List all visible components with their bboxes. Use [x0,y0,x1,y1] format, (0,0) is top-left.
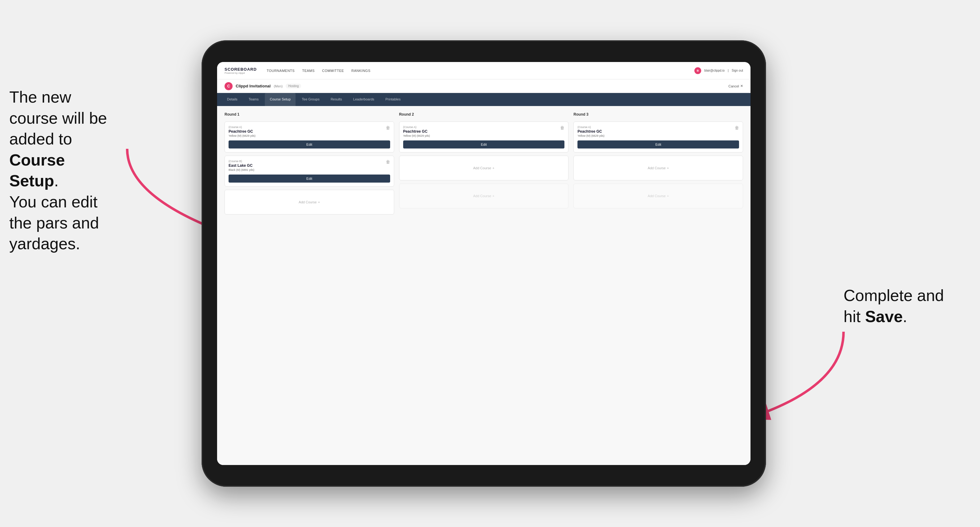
round2-course-a-card: 🗑 (Course A) Peachtree GC Yellow (M) (66… [399,122,569,152]
annotation-line2: course will be [9,109,107,127]
round2-add-course-button[interactable]: Add Course + [399,156,569,181]
top-nav: SCOREBOARD Powered by clippd TOURNAMENTS… [217,62,751,79]
nav-left: SCOREBOARD Powered by clippd TOURNAMENTS… [224,67,371,75]
round-3-header: Round 3 [573,112,743,117]
round3-course-a-label: (Course A) [578,125,739,129]
tab-leaderboards[interactable]: Leaderboards [348,93,379,106]
round3-course-a-name: Peachtree GC [578,129,739,133]
user-avatar: B [694,67,701,74]
tournament-status: Hosting [286,84,301,88]
right-annotation: Complete and hit Save. [843,285,949,327]
nav-links: TOURNAMENTS TEAMS COMMITTEE RANKINGS [267,68,371,74]
nav-separator: | [728,69,729,72]
round2-course-a-details: Yellow (M) (6629 yds) [403,134,565,137]
round1-add-course-button[interactable]: Add Course + [224,190,394,214]
tablet-frame: SCOREBOARD Powered by clippd TOURNAMENTS… [202,40,766,487]
scoreboard-subtitle: Powered by clippd [224,71,257,75]
round2-course-a-delete-icon[interactable]: 🗑 [560,125,565,130]
round2-add-course-disabled: Add Course + [399,184,569,208]
annotation-line4-suffix: . [54,172,58,190]
round2-course-a-label: (Course A) [403,125,565,129]
round1-course-b-delete-icon[interactable]: 🗑 [385,159,391,165]
annotation-line1: The new [9,88,71,106]
round3-add-course-disabled-icon: + [667,194,669,198]
tournament-bar: C Clippd Invitational (Men) Hosting Canc… [217,79,751,93]
round-2-column: Round 2 🗑 (Course A) Peachtree GC Yellow… [399,112,569,214]
round1-add-course-icon: + [318,200,320,204]
annotation-line3: added to [9,130,72,148]
annotation-line7: yardages. [9,235,80,252]
left-annotation: The new course will be added to Course S… [9,87,108,254]
scoreboard-logo: SCOREBOARD Powered by clippd [224,67,257,75]
round-1-header: Round 1 [224,112,394,117]
round3-add-course-button[interactable]: Add Course + [573,156,743,181]
round2-course-a-name: Peachtree GC [403,129,565,133]
nav-link-tournaments[interactable]: TOURNAMENTS [267,68,294,74]
tab-course-setup[interactable]: Course Setup [265,93,296,106]
cancel-button[interactable]: Cancel ✕ [729,84,743,88]
cancel-icon: ✕ [740,84,743,88]
round1-course-a-details: Yellow (M) (6629 yds) [229,134,390,137]
round1-add-course-text: Add Course + [299,200,320,204]
round-1-column: Round 1 🗑 (Course A) Peachtree GC Yellow… [224,112,394,214]
rounds-grid: Round 1 🗑 (Course A) Peachtree GC Yellow… [224,112,743,214]
annotation-line6: the pars and [9,214,99,232]
round3-add-course-text: Add Course + [648,166,669,170]
round3-course-a-edit-button[interactable]: Edit [578,140,739,149]
tab-results[interactable]: Results [326,93,347,106]
round3-course-a-details: Yellow (M) (6629 yds) [578,134,739,137]
round1-course-a-name: Peachtree GC [229,129,390,133]
right-annotation-line1: Complete and [843,286,944,305]
round2-add-course-disabled-text: Add Course + [473,194,495,198]
tournament-logo: C [224,82,232,90]
tournament-gender: (Men) [274,84,283,88]
round2-course-a-edit-button[interactable]: Edit [403,140,565,149]
tab-bar: Details Teams Course Setup Tee Groups Re… [217,93,751,106]
user-email: blair@clippd.io [704,69,725,72]
tab-teams[interactable]: Teams [244,93,264,106]
nav-link-teams[interactable]: TEAMS [302,68,315,74]
nav-link-committee[interactable]: COMMITTEE [322,68,344,74]
right-annotation-bold: Save [865,308,902,325]
main-content: Round 1 🗑 (Course A) Peachtree GC Yellow… [217,106,751,465]
round2-add-course-text: Add Course + [473,166,495,170]
round1-course-b-name: East Lake GC [229,163,390,168]
tournament-name: Clippd Invitational [236,84,271,88]
annotation-line5: You can edit [9,193,97,211]
round3-add-course-disabled-text: Add Course + [648,194,669,198]
round1-course-a-delete-icon[interactable]: 🗑 [385,125,391,130]
right-annotation-line2: hit [843,308,865,325]
tablet-screen: SCOREBOARD Powered by clippd TOURNAMENTS… [217,62,751,465]
nav-right: B blair@clippd.io | Sign out [694,67,743,74]
nav-link-rankings[interactable]: RANKINGS [352,68,370,74]
round3-add-course-disabled: Add Course + [573,184,743,208]
round3-course-a-card: 🗑 (Course A) Peachtree GC Yellow (M) (66… [573,122,743,152]
right-annotation-suffix: . [903,308,907,325]
round1-course-a-edit-button[interactable]: Edit [229,140,390,149]
round3-add-course-icon: + [667,166,669,170]
round1-course-b-edit-button[interactable]: Edit [229,175,390,183]
round1-course-b-details: Black (M) (6891 yds) [229,168,390,171]
round1-course-a-card: 🗑 (Course A) Peachtree GC Yellow (M) (66… [224,122,394,152]
round-2-header: Round 2 [399,112,569,117]
round1-course-a-label: (Course A) [229,125,390,129]
round-3-column: Round 3 🗑 (Course A) Peachtree GC Yellow… [573,112,743,214]
tournament-info: C Clippd Invitational (Men) Hosting [224,82,301,90]
round3-course-a-delete-icon[interactable]: 🗑 [734,125,740,130]
tab-tee-groups[interactable]: Tee Groups [297,93,325,106]
round2-add-course-disabled-icon: + [493,194,494,198]
tab-details[interactable]: Details [222,93,242,106]
round2-add-course-icon: + [493,166,494,170]
round1-course-b-card: 🗑 (Course B) East Lake GC Black (M) (689… [224,156,394,187]
tab-printables[interactable]: Printables [380,93,406,106]
round1-course-b-label: (Course B) [229,160,390,163]
sign-out-link[interactable]: Sign out [732,69,743,72]
scoreboard-title: SCOREBOARD [224,67,257,71]
